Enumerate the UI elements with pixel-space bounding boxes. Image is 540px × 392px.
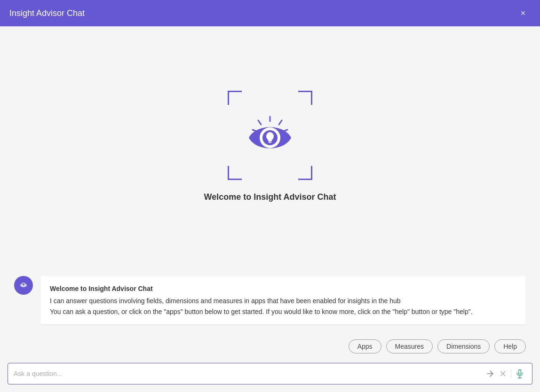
clear-button[interactable]: [497, 368, 509, 380]
message-bubble: Welcome to Insight Advisor Chat I can an…: [40, 276, 526, 324]
apps-button[interactable]: Apps: [349, 339, 381, 353]
app-title: Insight Advisor Chat: [9, 8, 85, 18]
svg-line-8: [253, 130, 257, 132]
submit-button[interactable]: [484, 367, 497, 380]
input-wrapper: [8, 363, 532, 384]
input-area: [0, 359, 540, 392]
message-title: Welcome to Insight Advisor Chat: [50, 283, 516, 294]
question-input[interactable]: [14, 370, 484, 377]
welcome-area: Welcome to Insight Advisor Chat: [0, 26, 540, 267]
chat-area: Welcome to Insight Advisor Chat I can an…: [0, 267, 540, 334]
logo-container: [218, 91, 322, 185]
bracket-bottom-right: [298, 166, 312, 180]
svg-rect-3: [268, 140, 272, 141]
svg-rect-4: [269, 142, 271, 143]
help-button[interactable]: Help: [494, 339, 526, 353]
svg-point-2: [266, 132, 274, 141]
svg-line-7: [279, 120, 282, 125]
svg-point-11: [23, 283, 25, 286]
welcome-text: Welcome to Insight Advisor Chat: [204, 192, 336, 202]
svg-rect-15: [519, 370, 521, 374]
main-content: Welcome to Insight Advisor Chat Welcome …: [0, 26, 540, 392]
message-line1: I can answer questions involving fields,…: [50, 296, 516, 306]
mic-button[interactable]: [513, 367, 526, 380]
dimensions-button[interactable]: Dimensions: [437, 339, 490, 353]
measures-button[interactable]: Measures: [386, 339, 433, 353]
header: Insight Advisor Chat ×: [0, 0, 540, 26]
message-line2: You can ask a question, or click on the …: [50, 306, 516, 317]
bracket-bottom-left: [228, 166, 242, 180]
svg-line-6: [258, 120, 261, 125]
insight-advisor-icon: [244, 112, 296, 164]
input-divider: [511, 369, 511, 378]
bracket-top-right: [298, 91, 312, 105]
app-window: Insight Advisor Chat ×: [0, 0, 540, 392]
avatar: [14, 276, 33, 295]
svg-line-9: [283, 130, 287, 132]
chat-message: Welcome to Insight Advisor Chat I can an…: [14, 276, 526, 324]
bracket-top-left: [228, 91, 242, 105]
close-button[interactable]: ×: [516, 6, 531, 21]
action-buttons-row: Apps Measures Dimensions Help: [0, 334, 540, 359]
